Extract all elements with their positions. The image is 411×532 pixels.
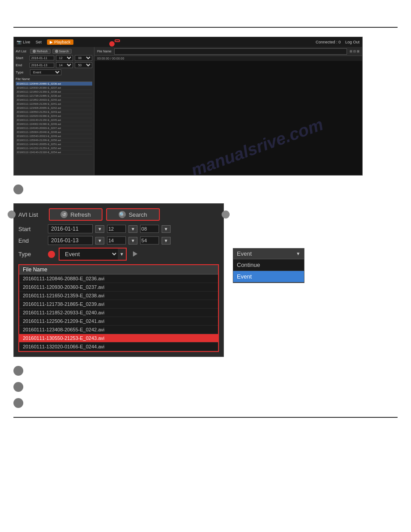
end-hour-dropdown[interactable]: ▼ — [128, 237, 137, 245]
playback-highlight-box — [115, 39, 120, 42]
dvr-start-hour[interactable]: 12 — [56, 55, 73, 61]
file-list-header: File Name — [19, 265, 218, 275]
list-item[interactable]: 20160111-122506-21209-E_0241.avi — [19, 317, 218, 326]
list-item[interactable]: 20160111-135946-21209-E_0250.avi — [16, 138, 92, 142]
search-icon-small — [55, 50, 58, 53]
list-item[interactable]: 20160111-121852-20933-E_0240.avi — [16, 98, 92, 102]
list-item[interactable]: 20160111-121650-21359-E_0238.avi — [16, 90, 92, 94]
list-item[interactable]: 20160111-121738-21865-E_0239.avi — [19, 300, 218, 309]
list-item[interactable]: 20160111-133140-21150-E_0245.avi — [16, 118, 92, 122]
avi-list-header-row: AVI List ↺ Refresh 🔍 Search — [18, 208, 219, 221]
start-hour-input[interactable] — [107, 225, 126, 233]
bullet-5 — [13, 398, 23, 408]
list-item[interactable]: 20160111-141152-21253-E_0252.avi — [16, 146, 92, 150]
file-list-container: File Name 20160111-120846-20880-E_0236.a… — [18, 264, 219, 352]
dvr-end-row: End 14 53 — [16, 62, 92, 68]
logout-button[interactable]: Log Out — [345, 40, 360, 44]
list-item[interactable]: 20160111-135540-20913-E_0249.avi — [16, 134, 92, 138]
start-date-input[interactable] — [48, 224, 93, 233]
type-dropdown-popup: Event ▼ Continue Event — [233, 248, 304, 283]
end-hour-input[interactable] — [107, 236, 126, 245]
dvr-time-display: 00:00:00 / 00:00:00 — [94, 56, 362, 61]
dvr-end-hour[interactable]: 14 — [56, 62, 73, 68]
search-icon: 🔍 — [119, 211, 126, 218]
section-bullet-1 — [13, 184, 23, 194]
list-item[interactable]: 20160111-130550-21253-E_0243.avi — [16, 110, 92, 114]
dvr-start-row: Start 12 08 — [16, 55, 92, 61]
list-item[interactable]: 20160111-120846-20880-E_0236.avi — [19, 275, 218, 283]
list-item[interactable]: 20160112-134140-21318-E_0254.avi — [16, 150, 92, 154]
expanded-panel: AVI List ↺ Refresh 🔍 Search Start ▼ ▼ ▼ … — [13, 203, 224, 357]
start-min-input[interactable] — [140, 225, 159, 233]
list-item[interactable]: 20160111-123408-20655-E_0242.avi — [16, 106, 92, 110]
bottom-bullets — [13, 366, 398, 408]
end-date-dropdown[interactable]: ▼ — [95, 237, 104, 245]
dropdown-popup-header: Event ▼ — [233, 249, 304, 259]
list-item[interactable]: 20160111-121650-21359-E_0238.avi — [19, 292, 218, 300]
type-select[interactable]: Event Continue — [60, 249, 118, 260]
end-row: End ▼ ▼ ▼ — [18, 236, 219, 245]
end-date-input[interactable] — [48, 236, 93, 245]
dvr-video-area — [94, 61, 362, 175]
avi-list-circle — [8, 210, 16, 219]
end-min-dropdown[interactable]: ▼ — [162, 237, 171, 245]
dvr-search-button[interactable]: Search — [52, 49, 72, 54]
bullet-row-1 — [13, 366, 398, 376]
list-item[interactable]: 20160111-120930-20360-E_0237.avi — [16, 86, 92, 90]
dvr-live-tab[interactable]: 📷 Live — [17, 40, 30, 44]
list-item[interactable]: 20160111-120930-20360-E_0237.avi — [19, 283, 218, 292]
list-item[interactable]: 20160111-123408-20655-E_0242.avi — [19, 326, 218, 334]
list-item[interactable]: 20160111-132020-01066-E_0244.avi — [19, 343, 218, 351]
list-item[interactable]: 20160111-132020-01066-E_0244.avi — [16, 114, 92, 118]
top-divider — [13, 27, 398, 28]
list-item[interactable]: 20160111-140442-20655-E_0251.avi — [16, 142, 92, 146]
search-button[interactable]: 🔍 Search — [106, 208, 160, 221]
dvr-end-min[interactable]: 53 — [75, 62, 92, 68]
section2-container: AVI List ↺ Refresh 🔍 Search Start ▼ ▼ ▼ … — [13, 203, 398, 357]
list-item[interactable]: 20160111-130550-21253-E_0243.avi — [19, 334, 218, 343]
dropdown-popup-wrapper: Event ▼ Continue Event — [233, 248, 304, 283]
dvr-filename-input[interactable] — [114, 48, 347, 55]
dvr-playback-tab[interactable]: ▶ Playback — [47, 39, 73, 45]
refresh-icon: ↺ — [60, 211, 68, 218]
start-hour-dropdown[interactable]: ▼ — [128, 225, 137, 233]
dvr-end-date[interactable] — [30, 63, 54, 68]
refresh-button[interactable]: ↺ Refresh — [49, 208, 103, 221]
dvr-type-row: Type Event Continue — [16, 69, 92, 75]
bullet-3 — [13, 366, 23, 376]
list-item[interactable]: 20160111-121738-21865-E_0239.avi — [16, 94, 92, 98]
playback-icon: ▶ — [50, 40, 53, 44]
dvr-refresh-button[interactable]: Refresh — [30, 49, 51, 54]
search-circle-bullet — [222, 210, 230, 219]
dvr-type-select[interactable]: Event Continue — [30, 69, 61, 75]
bullet-row-2 — [13, 382, 398, 392]
bottom-divider — [13, 417, 398, 418]
start-min-dropdown[interactable]: ▼ — [162, 225, 171, 233]
dvr-start-date[interactable] — [30, 56, 54, 60]
list-item[interactable]: 20160111-134340-20933-E_0247.avi — [16, 126, 92, 130]
dvr-set-tab[interactable]: Set — [36, 40, 42, 44]
list-item[interactable]: 20160111-122506-21209-E_0241.avi — [16, 102, 92, 106]
list-item[interactable]: 20160111-134002-01090-E_0246.avi — [16, 122, 92, 126]
dvr-avi-list-row: AVI List Refresh Search — [16, 49, 92, 54]
arrow-to-dropdown — [133, 251, 137, 257]
dropdown-item-continue[interactable]: Continue — [233, 259, 304, 271]
dvr-file-list-header: File Name — [16, 77, 92, 82]
dvr-main-topbar: File Name ⊞ ⊟ ⊠ — [94, 47, 362, 56]
dvr-topbar: 📷 Live Set ▶ Playback Connected : 0 Log … — [14, 37, 362, 47]
end-min-input[interactable] — [140, 236, 159, 245]
type-circle-bullet — [48, 251, 55, 258]
playback-circle-bullet — [109, 41, 115, 47]
list-item[interactable]: 20160111-121852-20933-E_0240.avi — [19, 309, 218, 317]
start-date-dropdown[interactable]: ▼ — [95, 225, 104, 233]
dropdown-item-event[interactable]: Event — [233, 271, 304, 283]
dropdown-header-arrow: ▼ — [296, 251, 300, 256]
dvr-screenshot: 📷 Live Set ▶ Playback Connected : 0 Log … — [13, 37, 363, 176]
dvr-main-area: File Name ⊞ ⊟ ⊠ 00:00:00 / 00:00:00 — [94, 47, 362, 175]
dvr-file-list: 20160111-120846-20880-E_0236.avi 2016011… — [16, 82, 92, 172]
dvr-start-min[interactable]: 08 — [75, 55, 92, 61]
list-item[interactable]: 20160111-120846-20880-E_0236.avi — [16, 82, 92, 86]
list-item[interactable]: 20160111-135004-20440-E_0248.avi — [16, 130, 92, 134]
dvr-sidebar: AVI List Refresh Search Start 12 08 End — [14, 47, 94, 176]
dvr-controls: ⊞ ⊟ ⊠ — [350, 50, 360, 53]
